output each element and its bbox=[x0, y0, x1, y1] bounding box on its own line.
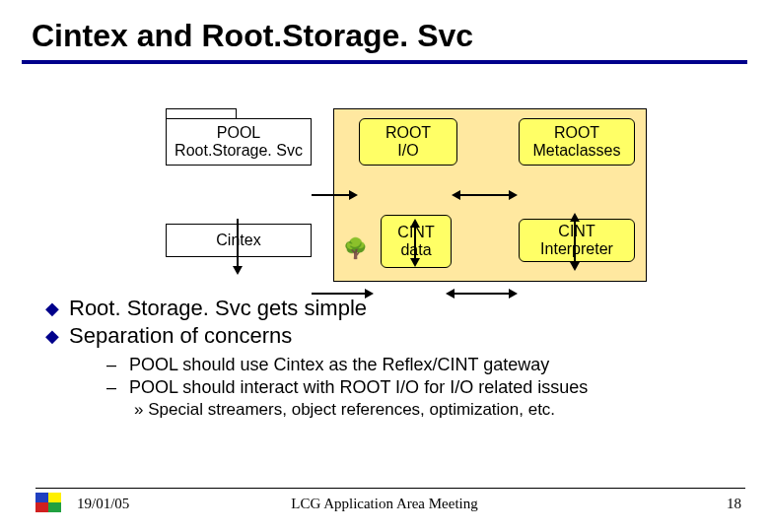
dash-bullet-icon: – bbox=[106, 355, 124, 375]
box-label: I/O bbox=[397, 142, 418, 160]
footer-rule bbox=[35, 488, 745, 489]
bullet-text: Separation of concerns bbox=[69, 323, 292, 349]
dash-bullet-icon: – bbox=[106, 377, 124, 398]
sub-bullet-text: POOL should interact with ROOT I/O for I… bbox=[129, 377, 588, 397]
footer-center: LCG Application Area Meeting bbox=[0, 496, 769, 512]
tree-icon: 🌳 bbox=[343, 236, 368, 260]
title-underline bbox=[22, 60, 747, 64]
footer-page-number: 18 bbox=[727, 496, 741, 512]
box-cint-interpreter: CINT Interpreter bbox=[519, 219, 635, 262]
page-title: Cintex and Root.Storage. Svc bbox=[0, 0, 769, 60]
bullet-text: Root. Storage. Svc gets simple bbox=[69, 296, 367, 321]
box-label: CINT bbox=[558, 223, 594, 240]
diamond-bullet-icon: ◆ bbox=[45, 323, 59, 349]
sub-bullet-list: – POOL should use Cintex as the Reflex/C… bbox=[106, 355, 735, 420]
bullet-item: ◆ Root. Storage. Svc gets simple bbox=[45, 296, 735, 321]
box-label: Interpreter bbox=[540, 240, 613, 258]
sub-bullet-text: POOL should use Cintex as the Reflex/CIN… bbox=[129, 355, 549, 374]
raquo-bullet-icon: » bbox=[134, 400, 148, 419]
box-root-io: ROOT I/O bbox=[359, 118, 457, 166]
bullet-item: ◆ Separation of concerns bbox=[45, 323, 735, 349]
box-label: ROOT bbox=[385, 124, 431, 142]
sub-bullet-item: – POOL should interact with ROOT I/O for… bbox=[106, 377, 735, 398]
box-label: ROOT bbox=[554, 124, 599, 142]
box-label: Root.Storage. Svc bbox=[175, 142, 303, 160]
subsub-bullet-text: Special streamers, object references, op… bbox=[148, 400, 555, 419]
box-label: POOL bbox=[217, 124, 260, 142]
box-cintex: Cintex bbox=[166, 224, 312, 257]
box-root-metaclasses: ROOT Metaclasses bbox=[519, 118, 635, 166]
subsub-bullet-item: » Special streamers, object references, … bbox=[134, 400, 735, 420]
diamond-bullet-icon: ◆ bbox=[45, 296, 59, 321]
footer: 19/01/05 LCG Application Area Meeting 18 bbox=[0, 493, 769, 514]
sub-bullet-item: – POOL should use Cintex as the Reflex/C… bbox=[106, 355, 735, 375]
box-pool-rootstoragesvc: POOL Root.Storage. Svc bbox=[166, 118, 312, 166]
box-label: Metaclasses bbox=[533, 142, 621, 160]
content-body: ◆ Root. Storage. Svc gets simple ◆ Separ… bbox=[45, 296, 735, 420]
architecture-diagram: POOL Root.Storage. Svc Cintex ROOT I/O R… bbox=[166, 108, 649, 282]
